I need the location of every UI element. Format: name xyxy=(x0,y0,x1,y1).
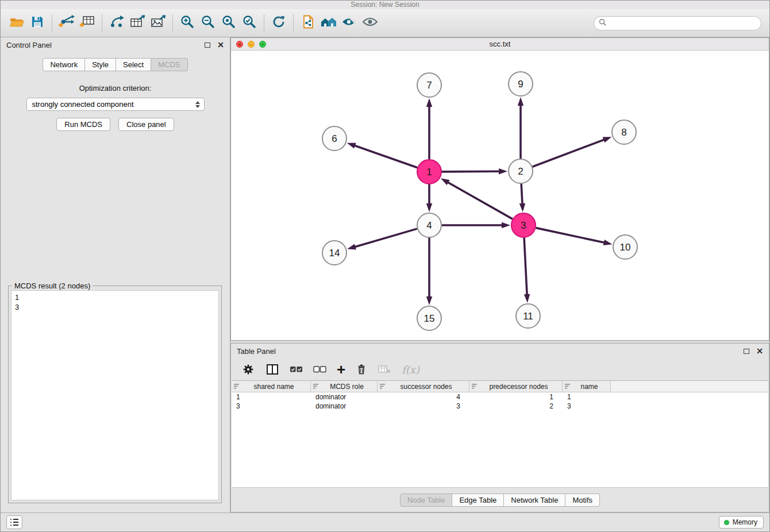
graph-node-10[interactable]: 10 xyxy=(613,235,637,259)
graph-edge-3-1[interactable] xyxy=(448,182,513,219)
graph-edge-arrowhead xyxy=(518,97,523,106)
table-cell: 3 xyxy=(378,402,469,410)
paint-style-button[interactable] xyxy=(339,13,360,33)
zoom-out-button[interactable] xyxy=(198,13,218,33)
graph-node-11[interactable]: 11 xyxy=(516,304,540,328)
tab-node-table[interactable]: Node Table xyxy=(400,494,453,507)
graph-edge-1-2[interactable] xyxy=(442,171,499,172)
criterion-selected-value: strongly connected component xyxy=(32,100,134,109)
mcds-result-item: 1 xyxy=(11,291,218,302)
status-bar: Memory xyxy=(1,512,769,531)
columns-icon xyxy=(265,363,279,376)
column-header-predecessor-nodes[interactable]: predecessor nodes xyxy=(469,381,563,392)
graph-node-label: 7 xyxy=(426,80,432,91)
graph-edge-2-3[interactable] xyxy=(521,184,522,204)
tab-network[interactable]: Network xyxy=(43,58,85,71)
graph-edge-arrowhead xyxy=(426,296,432,305)
export-network-button[interactable] xyxy=(106,13,127,33)
graph-node-7[interactable]: 7 xyxy=(417,73,441,97)
save-floppy-icon xyxy=(30,15,44,31)
graph-edge-3-10[interactable] xyxy=(536,228,605,243)
tab-select[interactable]: Select xyxy=(116,58,151,71)
import-network-button[interactable] xyxy=(56,13,77,33)
graph-node-label: 1 xyxy=(426,167,432,178)
graph-edge-arrowhead xyxy=(441,178,450,185)
deselect-all-button[interactable] xyxy=(313,361,326,377)
close-panel-icon[interactable]: ✕ xyxy=(217,41,224,48)
graph-node-2[interactable]: 2 xyxy=(509,159,533,183)
table-tabs-bar: Node TableEdge TableNetwork TableMotifs xyxy=(231,488,769,512)
task-history-button[interactable] xyxy=(6,515,22,529)
graph-edge-2-8[interactable] xyxy=(533,140,605,167)
graph-node-label: 2 xyxy=(518,166,523,177)
apply-function-button[interactable]: f(x) xyxy=(402,361,419,377)
graph-edge-1-6[interactable] xyxy=(355,145,417,167)
run-mcds-button[interactable]: Run MCDS xyxy=(56,118,110,131)
graph-node-8[interactable]: 8 xyxy=(612,120,636,144)
column-header-MCDS-role[interactable]: MCDS role xyxy=(311,381,378,392)
save-session-button[interactable] xyxy=(27,13,48,33)
export-document-button[interactable] xyxy=(298,13,318,33)
graph-edge-4-14[interactable] xyxy=(355,229,417,247)
select-all-button[interactable] xyxy=(290,361,303,377)
delete-table-icon xyxy=(378,364,391,375)
zoom-selected-icon xyxy=(242,14,257,32)
show-graphics-details-button[interactable] xyxy=(360,13,380,33)
tab-style[interactable]: Style xyxy=(85,58,116,71)
delete-column-button[interactable] xyxy=(356,361,367,377)
network-canvas[interactable]: 7968124314101511 xyxy=(231,51,769,340)
zoom-fit-button[interactable] xyxy=(218,13,239,33)
float-panel-icon[interactable] xyxy=(744,349,749,354)
export-table-button[interactable] xyxy=(127,13,148,33)
graph-edge-arrowhead xyxy=(426,203,432,212)
column-header-shared-name[interactable]: shared name xyxy=(232,381,311,392)
tab-motifs[interactable]: Motifs xyxy=(565,494,600,507)
mcds-result-group: MCDS result (2 nodes) 13 xyxy=(8,286,222,503)
gear-icon xyxy=(241,363,255,376)
delete-table-button[interactable] xyxy=(378,361,391,377)
graph-node-14[interactable]: 14 xyxy=(322,241,346,265)
zoom-selected-button[interactable] xyxy=(239,13,260,33)
add-column-button[interactable]: + xyxy=(337,361,345,377)
apply-layout-button[interactable] xyxy=(268,13,289,33)
graph-node-1[interactable]: 1 xyxy=(417,160,441,184)
table-body[interactable]: 1dominator4113dominator323 xyxy=(232,392,768,487)
mcds-result-list[interactable]: 13 xyxy=(11,290,219,500)
table-header-row: shared nameMCDS rolesuccessor nodesprede… xyxy=(232,381,768,392)
graph-node-9[interactable]: 9 xyxy=(509,72,533,96)
table-row[interactable]: 1dominator411 xyxy=(232,392,768,402)
search-input[interactable] xyxy=(607,18,761,29)
tab-mcds[interactable]: MCDS xyxy=(151,58,187,71)
tab-edge-table[interactable]: Edge Table xyxy=(452,494,504,507)
network-window-titlebar: ✕ − + scc.txt xyxy=(231,38,769,51)
search-field[interactable] xyxy=(594,16,761,30)
table-header-filler xyxy=(611,381,768,392)
network-overview-button[interactable] xyxy=(318,13,339,33)
zoom-in-button[interactable] xyxy=(177,13,198,33)
memory-button[interactable]: Memory xyxy=(719,516,764,529)
graph-node-4[interactable]: 4 xyxy=(417,213,441,237)
column-header-successor-nodes[interactable]: successor nodes xyxy=(378,381,469,392)
graph-node-6[interactable]: 6 xyxy=(322,126,346,151)
column-header-name[interactable]: name xyxy=(563,381,611,392)
show-column-panel-button[interactable] xyxy=(265,361,279,377)
graph-node-3[interactable]: 3 xyxy=(511,213,536,237)
table-toolbar: + xyxy=(231,358,769,380)
import-table-button[interactable] xyxy=(77,13,98,33)
close-panel-button[interactable]: Close panel xyxy=(118,118,174,131)
export-image-button[interactable] xyxy=(148,13,168,33)
tab-network-table[interactable]: Network Table xyxy=(504,494,565,507)
import-network-icon xyxy=(58,14,75,32)
criterion-dropdown[interactable]: strongly connected component xyxy=(26,98,205,111)
minimize-window-icon[interactable]: − xyxy=(248,41,255,48)
close-window-icon[interactable]: ✕ xyxy=(236,41,243,48)
table-settings-button[interactable] xyxy=(241,361,255,377)
graph-edge-3-11[interactable] xyxy=(524,238,527,295)
network-graph[interactable]: 7968124314101511 xyxy=(231,51,769,340)
table-row[interactable]: 3dominator323 xyxy=(232,402,768,411)
maximize-window-icon[interactable]: + xyxy=(259,41,266,48)
graph-node-15[interactable]: 15 xyxy=(417,306,441,330)
open-file-button[interactable] xyxy=(6,13,27,33)
close-panel-icon[interactable]: ✕ xyxy=(756,348,763,354)
float-panel-icon[interactable] xyxy=(205,43,210,48)
